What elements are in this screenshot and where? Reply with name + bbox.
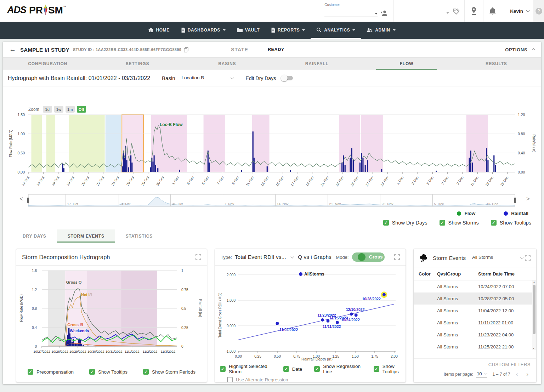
- row-group-cell: All Storms: [437, 296, 478, 301]
- tab-settings[interactable]: SETTINGS: [92, 58, 182, 70]
- scrollbar-thumb[interactable]: [533, 285, 536, 334]
- prism-trademark: ™: [63, 5, 66, 8]
- location-group-select[interactable]: [398, 9, 449, 16]
- tab-results[interactable]: RESULTS: [452, 58, 541, 70]
- nav-dashboards[interactable]: DASHBOARDS: [175, 22, 231, 39]
- svg-text:10/27/2022: 10/27/2022: [33, 350, 50, 353]
- row-datetime-cell: 10/28/2022 05:00: [478, 296, 531, 301]
- tab-configuration[interactable]: CONFIGURATION: [3, 58, 92, 70]
- show-dry-days-checkbox[interactable]: ✓Show Dry Days: [383, 220, 427, 226]
- copy-icon[interactable]: [184, 47, 188, 52]
- customer-select[interactable]: [324, 10, 378, 17]
- expand-icon[interactable]: [525, 255, 531, 261]
- storm-filter-select[interactable]: All Storms: [471, 254, 524, 262]
- table-row[interactable]: All Storms11/11/2022 01:00: [414, 317, 536, 329]
- show-tooltips-checkbox[interactable]: ✓Show Tooltips: [89, 369, 128, 375]
- column-header-qvsigroup[interactable]: QvsiGroup: [437, 271, 478, 277]
- document-icon: [181, 28, 185, 33]
- tab-basins[interactable]: BASINS: [182, 58, 272, 70]
- precompensation-checkbox[interactable]: ✓Precompensation: [28, 369, 74, 375]
- search-icon: [316, 27, 322, 33]
- date-checkbox[interactable]: ✓Date: [283, 364, 302, 374]
- expand-icon[interactable]: [394, 254, 400, 260]
- study-card: ← SAMPLE I/I STUDY STUDY ID : 1AA222BB-C…: [3, 42, 541, 384]
- legend-flow[interactable]: Flow: [457, 211, 475, 216]
- checkbox-label: Show Storms: [448, 220, 479, 226]
- table-row[interactable]: All Storms11/25/2022 21:00: [414, 341, 536, 350]
- page-range-label: 1 – 7 of 7: [493, 372, 510, 377]
- expand-icon[interactable]: [196, 254, 201, 260]
- navigator-right-arrow[interactable]: >: [526, 195, 530, 203]
- svg-text:12 Oct: 12 Oct: [21, 176, 30, 187]
- nav-vault-label: VAULT: [245, 28, 260, 33]
- next-page-button[interactable]: ›: [523, 371, 531, 378]
- legend-rainfall[interactable]: Rainfall: [504, 211, 528, 216]
- svg-text:11/2/2022: 11/2/2022: [143, 350, 158, 353]
- hydrograph-chart[interactable]: 1.501.000.500.001.200.800.400.00Flow Rat…: [3, 111, 541, 193]
- table-row[interactable]: All Storms11/23/2022 04:00: [414, 329, 536, 341]
- nav-vault[interactable]: VAULT: [231, 22, 265, 39]
- back-arrow-icon[interactable]: ←: [9, 46, 16, 53]
- nav-reports[interactable]: REPORTS: [265, 22, 311, 39]
- user-menu[interactable]: Kevin: [502, 0, 533, 22]
- options-button[interactable]: OPTIONS: [505, 47, 535, 52]
- use-alternate-regression-checkbox[interactable]: Use Alternate Regression: [227, 377, 288, 382]
- nav-admin[interactable]: ADMIN: [361, 22, 401, 39]
- prism-pr: PR: [29, 5, 43, 16]
- svg-text:Loc-B Flow: Loc-B Flow: [160, 122, 183, 127]
- chart-checkboxes: ✓Show Dry Days ✓Show Storms ✓Show Toolti…: [383, 220, 531, 226]
- edit-dry-days-toggle[interactable]: [282, 76, 293, 80]
- column-header-color[interactable]: Color: [419, 271, 437, 277]
- svg-text:0.25: 0.25: [181, 326, 188, 330]
- highlight-selected-storm-checkbox[interactable]: ✓Highlight Selected Storm: [220, 364, 271, 374]
- type-select-value: Total Event RDII vs...: [235, 254, 286, 260]
- table-scrollbar[interactable]: ▴▾: [532, 280, 536, 350]
- svg-text:18 Oct: 18 Oct: [66, 176, 75, 187]
- tab-storm-events[interactable]: STORM EVENTS: [57, 229, 115, 243]
- show-storm-periods-checkbox[interactable]: ✓Show Storm Periods: [143, 369, 196, 375]
- storm-decomposition-chart[interactable]: 1.61.20.80.4010.750.50.250Flow Rate (MGD…: [16, 266, 206, 367]
- qvsi-scatter-chart[interactable]: 2.0001.0000.000-1.0000.000.250.500.751.0…: [215, 266, 405, 362]
- help-icon[interactable]: ?: [536, 8, 542, 15]
- items-per-page-select[interactable]: 10: [476, 371, 487, 377]
- nav-home[interactable]: HOME: [143, 22, 175, 39]
- show-regression-line-checkbox[interactable]: ✓Show Regression Line: [314, 364, 362, 374]
- tab-rainfall[interactable]: RAINFALL: [272, 58, 362, 70]
- table-row[interactable]: All Storms11/04/2022 12:00: [414, 305, 536, 317]
- pagination: Items per page: 10 1 – 7 of 7 ‹ ›: [414, 369, 536, 382]
- svg-text:5 Nov: 5 Nov: [201, 176, 210, 186]
- svg-text:1.2: 1.2: [32, 288, 37, 292]
- tab-statistics[interactable]: STATISTICS: [115, 229, 163, 243]
- tab-flow[interactable]: FLOW: [362, 58, 451, 70]
- show-tooltips-checkbox[interactable]: ✓Show Tooltips: [491, 220, 531, 226]
- person-icon[interactable]: [380, 10, 388, 17]
- svg-text:1 Dec: 1 Dec: [396, 176, 404, 186]
- tab-label: CONFIGURATION: [28, 61, 67, 66]
- main-nav: HOME DASHBOARDS VAULT REPORTS ANALYTICS …: [0, 22, 544, 39]
- table-row[interactable]: All Storms10/24/2022 07:00: [414, 280, 536, 292]
- basin-select[interactable]: Location B: [181, 74, 234, 82]
- type-select[interactable]: Total Event RDII vs...: [235, 254, 294, 260]
- svg-text:0.40: 0.40: [518, 151, 525, 155]
- svg-text:10/29/2022: 10/29/2022: [69, 350, 86, 353]
- custom-filters-button[interactable]: CUSTOM FILTERS: [414, 359, 536, 369]
- tab-dry-days[interactable]: DRY DAYS: [12, 229, 57, 243]
- prism-diamond-icon: [43, 5, 48, 15]
- show-tooltips-checkbox[interactable]: ✓Show Tooltips: [374, 364, 406, 374]
- svg-text:28. Nov: 28. Nov: [382, 202, 393, 206]
- study-id: STUDY ID : 1AA222BB-C333-444D-555E-66FF7…: [73, 47, 181, 52]
- svg-text:3 Nov: 3 Nov: [186, 176, 195, 186]
- chart-navigator[interactable]: 17. Oct24. Oct31. Oct7. Nov14. Nov21. No…: [3, 193, 541, 210]
- edit-dry-days-label: Edit Dry Days: [246, 75, 276, 81]
- column-header-storm-date-time[interactable]: Storm Date Time: [478, 271, 531, 277]
- show-storms-checkbox[interactable]: ✓Show Storms: [440, 220, 479, 226]
- svg-text:21 Nov: 21 Nov: [320, 176, 329, 187]
- table-row[interactable]: All Storms10/28/2022 05:00: [414, 292, 536, 305]
- map-pin-button[interactable]: [464, 0, 483, 22]
- tags-icon[interactable]: [452, 8, 460, 16]
- svg-text:5. Dec: 5. Dec: [434, 202, 444, 206]
- notifications-button[interactable]: [483, 0, 502, 22]
- mode-gross-toggle[interactable]: Gross: [352, 252, 385, 262]
- previous-page-button[interactable]: ‹: [513, 371, 521, 378]
- nav-analytics[interactable]: ANALYTICS: [311, 22, 361, 39]
